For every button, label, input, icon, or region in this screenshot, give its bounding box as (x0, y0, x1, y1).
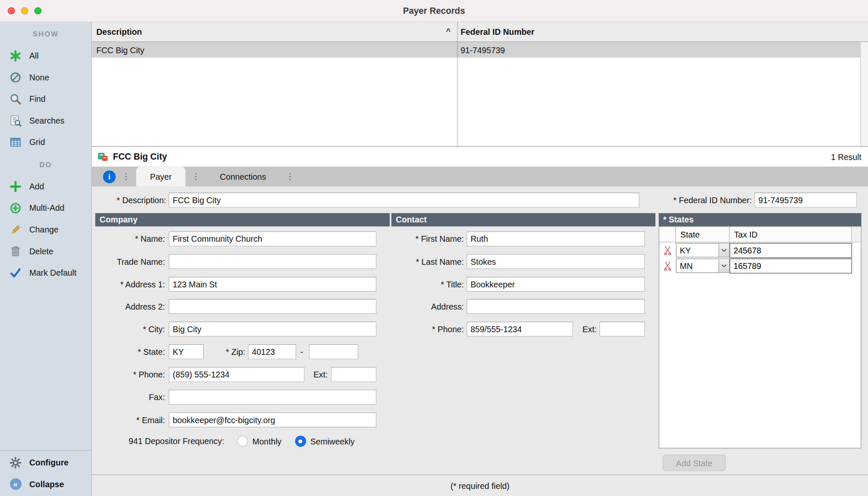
company-ext-field[interactable] (331, 367, 376, 382)
monthly-radio-label[interactable]: Monthly (253, 437, 282, 446)
sidebar-footer: Configure « Collapse (0, 450, 91, 496)
sidebar-item-change[interactable]: Change (0, 219, 91, 240)
fax-field[interactable] (169, 390, 377, 405)
tab-menu-dots-icon[interactable]: ⋮ (122, 172, 130, 182)
sidebar-item-label: Searches (29, 116, 65, 125)
depositor-frequency-label: 941 Depositor Frequency: (92, 434, 224, 449)
none-circle-slash-icon (8, 70, 23, 84)
sidebar-item-all[interactable]: All (0, 45, 91, 67)
company-phone-field[interactable] (169, 367, 305, 382)
sidebar-item-add[interactable]: Add (0, 176, 91, 197)
table-row[interactable]: FCC Big City 91-7495739 (92, 42, 868, 57)
contact-phone-label: * Phone: (358, 322, 464, 337)
titlebar: Payer Records (0, 0, 868, 22)
configure-button[interactable]: Configure (0, 452, 91, 473)
company-name-field[interactable] (169, 231, 377, 246)
semiweekly-radio[interactable] (295, 436, 306, 447)
window-title: Payer Records (0, 6, 868, 16)
contact-address-field[interactable] (467, 299, 645, 314)
last-name-field[interactable] (467, 254, 645, 269)
states-table-header: State Tax ID (659, 227, 861, 243)
remove-state-icon[interactable] (659, 261, 676, 270)
company-name-label: * Name: (92, 231, 165, 247)
column-header-federal-id[interactable]: Federal ID Number (457, 22, 868, 41)
state-label: * State: (92, 344, 165, 360)
column-header-label: Federal ID Number (460, 27, 534, 36)
payer-records-window: Payer Records SHOW All None (0, 0, 868, 496)
zip-field[interactable] (248, 344, 296, 359)
company-phone-label: * Phone: (92, 367, 165, 382)
gear-icon (8, 455, 23, 470)
record-header: FCC Big City 1 Result (92, 147, 868, 167)
chevron-down-icon (718, 259, 729, 272)
federal-id-field[interactable] (754, 193, 857, 208)
records-table-header: Description ^ Federal ID Number (92, 22, 868, 42)
state-taxid-field[interactable] (730, 258, 852, 273)
sidebar-item-label: Grid (29, 137, 45, 147)
email-field[interactable] (169, 412, 377, 427)
sidebar-item-label: Multi-Add (29, 203, 65, 212)
sidebar-item-none[interactable]: None (0, 67, 91, 88)
sidebar-item-label: Delete (29, 246, 53, 256)
state-dropdown-value: KY (677, 245, 718, 255)
state-dropdown[interactable]: MN (676, 258, 729, 273)
tab-payer[interactable]: Payer (136, 167, 186, 187)
address2-label: Address 2: (92, 299, 165, 315)
states-state-column-header[interactable]: State (676, 227, 729, 242)
tab-connections[interactable]: Connections (206, 167, 280, 187)
contact-phone-field[interactable] (467, 322, 573, 337)
state-row: KY (659, 243, 861, 258)
address1-label: * Address 1: (92, 277, 165, 292)
add-state-button[interactable]: Add State (663, 455, 726, 471)
chevron-down-icon (718, 243, 729, 257)
sidebar-item-delete[interactable]: Delete (0, 240, 91, 262)
state-taxid-field[interactable] (730, 243, 852, 258)
record-title: FCC Big City (113, 152, 167, 162)
sidebar-item-label: Change (29, 225, 58, 234)
search-icon (8, 92, 23, 106)
email-label: * Email: (92, 412, 165, 428)
tab-menu-dots-icon[interactable]: ⋮ (286, 172, 294, 182)
column-header-label: Description (96, 27, 142, 36)
do-section-header: DO (0, 160, 91, 170)
contact-ext-field[interactable] (599, 322, 645, 337)
address1-field[interactable] (169, 277, 377, 292)
states-taxid-column-header[interactable]: Tax ID (730, 227, 852, 242)
row-description-cell: FCC Big City (92, 45, 457, 54)
sidebar-item-grid[interactable]: Grid (0, 131, 91, 153)
contact-address-label: Address: (358, 299, 464, 315)
table-scrollbar[interactable] (860, 42, 868, 146)
monthly-radio[interactable] (237, 436, 248, 447)
sort-ascending-icon[interactable]: ^ (446, 26, 451, 35)
collapse-label: Collapse (29, 479, 64, 488)
contact-title-field[interactable] (467, 277, 645, 292)
federal-id-label: * Federal ID Number: (652, 193, 752, 208)
info-icon[interactable]: i (103, 170, 116, 183)
state-dropdown[interactable]: KY (676, 243, 729, 257)
address2-field[interactable] (169, 299, 377, 314)
sidebar-item-label: Mark Default (29, 268, 76, 277)
city-field[interactable] (169, 322, 377, 337)
saved-searches-icon (8, 113, 23, 127)
sidebar-item-searches[interactable]: Searches (0, 110, 91, 132)
state-row: MN (659, 258, 861, 274)
description-field[interactable] (169, 193, 639, 208)
state-dropdown-value: MN (677, 261, 718, 270)
tab-menu-dots-icon[interactable]: ⋮ (191, 172, 200, 182)
state-field[interactable] (169, 344, 204, 359)
semiweekly-radio-label[interactable]: Semiweekly (310, 437, 355, 446)
sidebar-item-mark-default[interactable]: Mark Default (0, 262, 91, 284)
trash-icon (8, 244, 23, 258)
column-header-description[interactable]: Description ^ (92, 22, 457, 41)
collapse-button[interactable]: « Collapse (0, 473, 91, 495)
zip-plus4-field[interactable] (309, 344, 358, 359)
row-federal-id-cell: 91-7495739 (457, 45, 868, 54)
remove-state-icon[interactable] (659, 245, 676, 255)
payer-record-icon (98, 151, 108, 162)
first-name-field[interactable] (467, 231, 645, 246)
trade-name-field[interactable] (169, 254, 377, 269)
multi-add-icon (8, 201, 23, 215)
sidebar-item-find[interactable]: Find (0, 88, 91, 110)
sidebar-item-multi-add[interactable]: Multi-Add (0, 197, 91, 219)
checkmark-icon (8, 266, 23, 280)
